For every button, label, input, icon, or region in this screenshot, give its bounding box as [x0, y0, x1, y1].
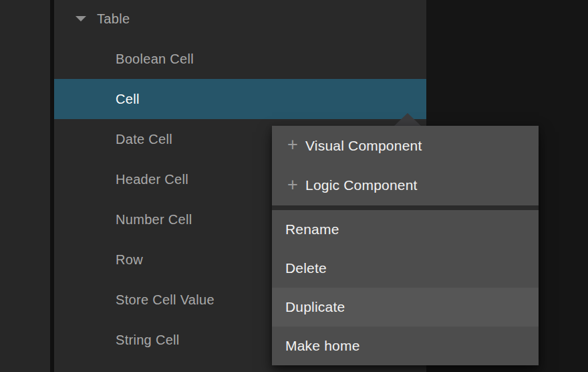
tree-item-label: Number Cell — [116, 212, 192, 227]
menu-item-delete[interactable]: Delete — [272, 249, 539, 288]
menu-item-label: Logic Component — [305, 177, 418, 193]
tree-item-label: String Cell — [116, 333, 180, 348]
tree-item-label: Date Cell — [116, 132, 172, 147]
menu-item-label: Visual Component — [305, 138, 422, 154]
menu-item-label: Delete — [285, 260, 327, 276]
tree-item-label: Cell — [116, 92, 140, 107]
context-menu-create-section: + Visual Component + Logic Component — [272, 126, 539, 205]
menu-item-rename[interactable]: Rename — [272, 210, 539, 249]
context-menu-actions-section: Rename Delete Duplicate Make home — [272, 210, 539, 365]
menu-item-make-home[interactable]: Make home — [272, 327, 539, 365]
tree-item-label: Header Cell — [116, 172, 188, 187]
menu-item-logic-component[interactable]: + Logic Component — [272, 166, 539, 206]
context-menu: + Visual Component + Logic Component Ren… — [272, 126, 539, 365]
menu-section-divider — [272, 205, 539, 210]
tree-item-label: Table — [97, 11, 130, 27]
menu-item-label: Rename — [285, 221, 339, 238]
tree-item-label: Boolean Cell — [116, 52, 194, 67]
tree-item-cell[interactable]: Cell — [54, 79, 426, 119]
left-sidebar-strip — [0, 0, 50, 372]
plus-icon: + — [285, 176, 300, 194]
menu-item-visual-component[interactable]: + Visual Component — [272, 126, 539, 166]
caret-down-icon[interactable] — [76, 16, 86, 21]
tree-item-label: Store Cell Value — [116, 292, 214, 308]
menu-item-label: Make home — [285, 338, 360, 354]
app-window: Table Boolean Cell Cell Date Cell Header… — [0, 0, 588, 372]
tree-item-boolean-cell[interactable]: Boolean Cell — [54, 39, 426, 79]
menu-item-label: Duplicate — [285, 299, 345, 315]
context-menu-arrow — [394, 113, 421, 126]
menu-item-duplicate[interactable]: Duplicate — [272, 288, 539, 327]
tree-item-table[interactable]: Table — [54, 0, 426, 39]
tree-item-label: Row — [116, 252, 143, 268]
plus-icon: + — [285, 136, 300, 154]
